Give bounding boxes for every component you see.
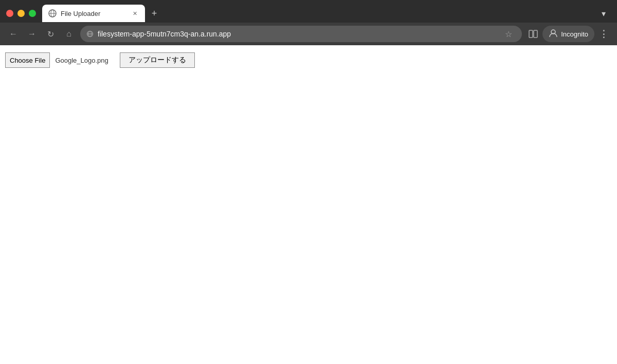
new-tab-button[interactable]: + bbox=[147, 6, 161, 21]
layout-button[interactable] bbox=[526, 27, 540, 41]
title-bar: File Uploader ✕ + ▾ bbox=[0, 0, 617, 23]
active-tab[interactable]: File Uploader ✕ bbox=[42, 5, 145, 22]
url-text: filesystem-app-5mutn7cm3q-an.a.run.app bbox=[98, 30, 497, 38]
svg-rect-7 bbox=[534, 30, 537, 38]
choose-file-button[interactable]: Choose File bbox=[5, 52, 50, 68]
file-upload-row: Choose File Google_Logo.png アップロードする bbox=[5, 52, 612, 68]
bookmark-star-button[interactable]: ☆ bbox=[501, 27, 516, 41]
close-window-button[interactable] bbox=[6, 10, 13, 17]
more-options-button[interactable]: ⋮ bbox=[596, 27, 611, 41]
maximize-window-button[interactable] bbox=[29, 10, 36, 17]
incognito-icon bbox=[549, 29, 558, 40]
back-button[interactable]: ← bbox=[6, 27, 21, 41]
address-bar[interactable]: filesystem-app-5mutn7cm3q-an.a.run.app ☆ bbox=[80, 26, 522, 42]
svg-rect-6 bbox=[529, 30, 533, 38]
tab-title: File Uploader bbox=[61, 10, 126, 17]
upload-button[interactable]: アップロードする bbox=[120, 52, 195, 68]
tab-close-button[interactable]: ✕ bbox=[131, 9, 139, 17]
tab-bar: File Uploader ✕ + ▾ bbox=[42, 5, 611, 22]
selected-file-name: Google_Logo.png bbox=[55, 57, 108, 64]
tab-favicon-icon bbox=[48, 9, 57, 17]
home-button[interactable]: ⌂ bbox=[62, 27, 76, 41]
tab-expander-button[interactable]: ▾ bbox=[596, 6, 611, 21]
nav-bar: ← → ↻ ⌂ filesystem-app-5mutn7cm3q-an.a.r… bbox=[0, 23, 617, 45]
nav-actions: Incognito ⋮ bbox=[526, 26, 611, 42]
browser-chrome: File Uploader ✕ + ▾ ← → ↻ ⌂ filesystem-a… bbox=[0, 0, 617, 45]
incognito-button[interactable]: Incognito bbox=[542, 26, 594, 42]
address-security-icon bbox=[86, 30, 94, 38]
reload-button[interactable]: ↻ bbox=[43, 27, 58, 41]
window-controls bbox=[6, 10, 36, 17]
minimize-window-button[interactable] bbox=[17, 10, 25, 17]
page-content: Choose File Google_Logo.png アップロードする bbox=[0, 45, 617, 364]
incognito-label: Incognito bbox=[561, 30, 588, 38]
forward-button[interactable]: → bbox=[25, 27, 39, 41]
